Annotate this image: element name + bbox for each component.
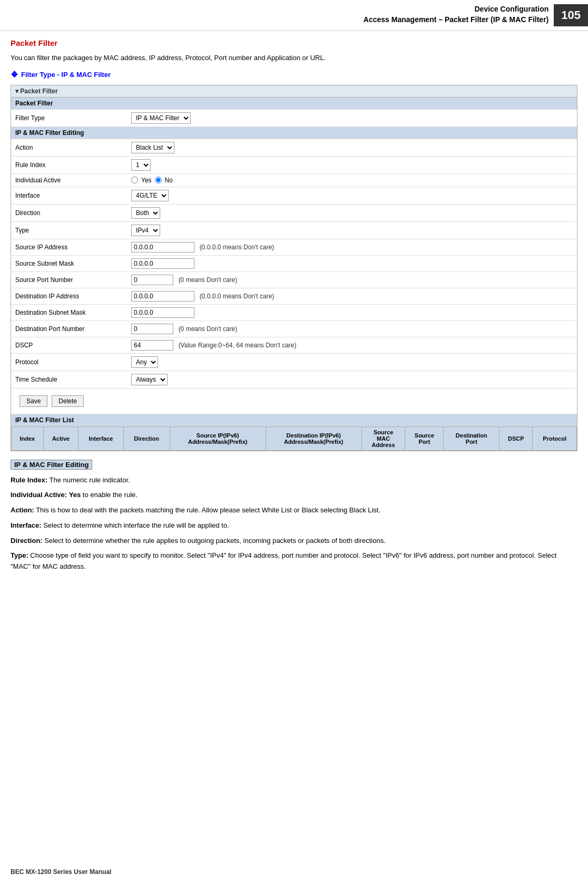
desc-individual-active-text: to enable the rule.	[83, 491, 138, 499]
desc-interface: Interface: Select to determine which int…	[11, 520, 577, 531]
desc-type-bold: Type:	[11, 551, 28, 559]
header-line1: Device Configuration	[0, 4, 548, 15]
source-ip-input[interactable]	[131, 242, 194, 252]
dest-subnet-input[interactable]	[131, 307, 194, 318]
filter-type-select[interactable]: IP & MAC Filter	[131, 112, 191, 124]
button-row: Save Delete	[11, 388, 577, 414]
filter-type-row: Filter Type IP & MAC Filter	[11, 109, 577, 127]
packet-filter-section-label: Packet Filter	[11, 98, 577, 110]
dscp-input[interactable]	[131, 340, 173, 351]
header-page-number: 105	[554, 4, 588, 26]
dest-subnet-label: Destination Subnet Mask	[11, 304, 127, 320]
type-select[interactable]: IPv4	[131, 225, 160, 236]
protocol-select[interactable]: Any	[131, 356, 158, 368]
source-port-cell: (0 means Don't care)	[127, 271, 577, 288]
filter-list-section-row: IP & MAC Filter List	[11, 414, 577, 426]
rule-index-select[interactable]: 1	[131, 159, 151, 171]
col-index: Index	[12, 426, 44, 450]
individual-active-yes-label: Yes	[141, 177, 152, 184]
interface-select[interactable]: 4G/LTE	[131, 190, 169, 201]
delete-button[interactable]: Delete	[52, 395, 84, 407]
type-label: Type	[11, 221, 127, 239]
time-schedule-cell: Always	[127, 371, 577, 388]
filter-list-table: Index Active Interface Direction Source …	[11, 426, 577, 451]
protocol-label: Protocol	[11, 353, 127, 371]
dest-ip-input[interactable]	[131, 291, 194, 302]
interface-label: Interface	[11, 187, 127, 204]
pf-box-title: ▾ Packet Filter	[11, 85, 577, 98]
dest-ip-cell: (0.0.0.0 means Don't care)	[127, 288, 577, 304]
action-row: Action Black List	[11, 139, 577, 156]
col-source-ip: Source IP(IPv6)Address/Mask(Prefix)	[170, 426, 266, 450]
source-subnet-label: Source Subnet Mask	[11, 255, 127, 271]
section-heading: ❖ Filter Type - IP & MAC Filter	[11, 70, 577, 80]
individual-active-radio-group: Yes No	[131, 177, 573, 184]
source-port-input[interactable]	[131, 275, 173, 285]
col-direction: Direction	[123, 426, 170, 450]
desc-rule-index-text: The numeric rule indicator.	[49, 476, 130, 484]
direction-row: Direction Both	[11, 204, 577, 221]
desc-action-text: This is how to deal with the packets mat…	[36, 506, 380, 514]
desc-direction: Direction: Select to determine whether t…	[11, 536, 577, 547]
ip-mac-filter-editing-row: IP & MAC Filter Editing	[11, 127, 577, 139]
save-button[interactable]: Save	[19, 395, 47, 407]
source-port-label: Source Port Number	[11, 271, 127, 288]
filter-type-cell: IP & MAC Filter	[127, 109, 577, 127]
description-section: IP & MAC Filter Editing Rule Index: The …	[11, 460, 577, 573]
filter-list-cell: Index Active Interface Direction Source …	[11, 426, 577, 451]
dscp-label: DSCP	[11, 337, 127, 353]
source-subnet-input[interactable]	[131, 258, 194, 269]
interface-cell: 4G/LTE	[127, 187, 577, 204]
col-source-port: SourcePort	[405, 426, 444, 450]
header-line2: Access Management – Packet Filter (IP & …	[0, 15, 548, 25]
interface-row: Interface 4G/LTE	[11, 187, 577, 204]
individual-active-no-label: No	[165, 177, 173, 184]
button-cell: Save Delete	[11, 388, 577, 414]
diamond-icon: ❖	[11, 70, 18, 80]
dscp-hint: (Value Range:0~64, 64 means Don't care)	[179, 342, 297, 349]
desc-type: Type: Choose type of field you want to s…	[11, 550, 577, 572]
dscp-cell: (Value Range:0~64, 64 means Don't care)	[127, 337, 577, 353]
dest-subnet-cell	[127, 304, 577, 320]
dest-ip-hint: (0.0.0.0 means Don't care)	[200, 293, 275, 300]
col-dest-port: DestinationPort	[444, 426, 499, 450]
main-content: Packet Filter You can filter the package…	[0, 31, 588, 584]
dest-port-label: Destination Port Number	[11, 320, 127, 337]
type-row: Type IPv4	[11, 221, 577, 239]
action-select[interactable]: Black List	[131, 142, 174, 153]
col-protocol: Protocol	[533, 426, 577, 450]
col-source-mac: SourceMACAddress	[361, 426, 405, 450]
desc-type-text: Choose type of field you want to specify…	[11, 551, 556, 570]
desc-individual-active: Individual Active: Yes to enable the rul…	[11, 490, 577, 501]
col-dscp: DSCP	[499, 426, 533, 450]
direction-select[interactable]: Both	[131, 207, 160, 219]
dest-port-hint: (0 means Don't care)	[179, 325, 238, 333]
footer: BEC MX-1200 Series User Manual	[11, 868, 111, 876]
col-active: Active	[43, 426, 79, 450]
col-interface: Interface	[79, 426, 123, 450]
desc-interface-text: Select to determine which interface the …	[43, 521, 229, 529]
individual-active-cell: Yes No	[127, 173, 577, 187]
dest-port-input[interactable]	[131, 324, 173, 334]
source-ip-row: Source IP Address (0.0.0.0 means Don't c…	[11, 239, 577, 255]
desc-interface-bold: Interface:	[11, 521, 42, 529]
desc-rule-index: Rule Index: The numeric rule indicator.	[11, 475, 577, 486]
rule-index-cell: 1	[127, 156, 577, 173]
button-group: Save Delete	[15, 391, 573, 411]
section-heading-text: Filter Type - IP & MAC Filter	[21, 71, 111, 79]
source-port-row: Source Port Number (0 means Don't care)	[11, 271, 577, 288]
rule-index-row: Rule Index 1	[11, 156, 577, 173]
rule-index-label: Rule Index	[11, 156, 127, 173]
individual-active-label: Individual Active	[11, 173, 127, 187]
header-title: Device Configuration Access Management –…	[0, 4, 554, 26]
individual-active-no-radio[interactable]	[155, 177, 162, 183]
time-schedule-label: Time Schedule	[11, 371, 127, 388]
time-schedule-select[interactable]: Always	[131, 374, 168, 385]
direction-label: Direction	[11, 204, 127, 221]
intro-text: You can filter the packages by MAC addre…	[11, 53, 577, 63]
desc-action: Action: This is how to deal with the pac…	[11, 505, 577, 516]
dest-subnet-row: Destination Subnet Mask	[11, 304, 577, 320]
individual-active-yes-radio[interactable]	[131, 177, 138, 183]
ip-mac-filter-editing-label: IP & MAC Filter Editing	[11, 127, 577, 139]
dscp-row: DSCP (Value Range:0~64, 64 means Don't c…	[11, 337, 577, 353]
